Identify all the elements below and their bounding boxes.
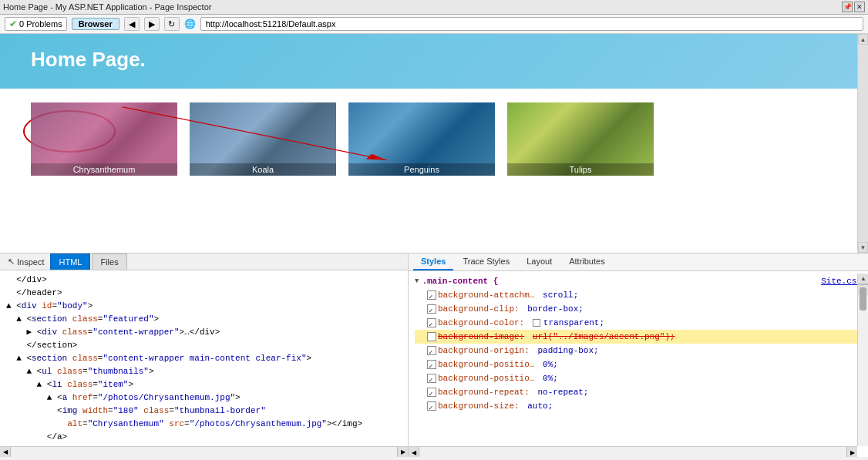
thumbnail-penguins[interactable]: Penguins [348, 102, 495, 176]
tab-attributes[interactable]: Attributes [561, 254, 612, 270]
site-css-link[interactable]: Site.css [821, 274, 862, 288]
thumb-label-penguins: Penguins [348, 163, 495, 176]
styles-scrollbar-v: ▲ ▼ [857, 274, 868, 446]
tree-line: <img width="180" class="thumbnail-border… [6, 405, 402, 418]
thumbnail-tulips[interactable]: Tulips [507, 102, 654, 176]
inspect-button[interactable]: ↖ Inspect [3, 254, 49, 270]
tree-line: alt="Chrysanthemum" src="/photos/Chrysan… [6, 418, 402, 431]
close-button[interactable]: ✕ [854, 2, 865, 12]
browser-button[interactable]: Browser [72, 18, 119, 30]
url-input[interactable] [200, 17, 863, 31]
style-checkbox-background-image[interactable] [427, 332, 436, 341]
style-row-background-position-x: background-positio… 0%; [415, 358, 862, 371]
tree-line: ▲ <section class="featured"> [6, 313, 402, 326]
thumbnail-flower[interactable]: Chrysanthemum [31, 102, 177, 176]
style-row-background-attach: background-attachm… scroll; [415, 288, 862, 302]
style-row-background-image: background-image: url("../Images/accent.… [415, 330, 862, 344]
browser-preview: Home Page. Chrysanthemum Koala Penguins … [0, 34, 868, 254]
style-checkbox-background-origin[interactable] [427, 346, 436, 355]
rule-selector: .main-content { [422, 274, 498, 288]
app-title: Home Page - My ASP.NET Application - Pag… [3, 2, 211, 12]
tree-line: ▲ <a href="/photos/Chrysanthemum.jpg"> [6, 391, 402, 405]
problems-label: 0 Problems [19, 19, 62, 29]
panel-tabs: ↖ Inspect HTML Files [0, 254, 408, 270]
inspect-label: Inspect [17, 257, 44, 267]
nav-forward-button[interactable]: ▶ [144, 17, 160, 31]
check-icon: ✔ [9, 18, 17, 29]
tree-line: ▲ <ul class="thumbnails"> [6, 365, 402, 378]
h-scroll-right-styles[interactable]: ▶ [846, 447, 857, 457]
styles-scroll-up[interactable]: ▲ [858, 274, 868, 284]
tree-line: ▲ <li class="item"> [6, 378, 402, 391]
tree-line: </section> [6, 339, 402, 352]
h-scroll-right[interactable]: ▶ [397, 447, 408, 458]
style-checkbox-background-clip[interactable] [427, 304, 436, 314]
tab-layout[interactable]: Layout [519, 254, 560, 270]
style-row-background-color: background-color: transparent; [415, 316, 862, 330]
style-row-background-origin: background-origin: padding-box; [415, 344, 862, 358]
styles-scrollbar-h: ◀ ▶ [409, 446, 857, 457]
tab-trace-styles[interactable]: Trace Styles [455, 254, 517, 270]
bottom-panel: ↖ Inspect HTML Files </div> </header> ▲ … [0, 254, 868, 457]
nav-refresh-button[interactable]: ↻ [164, 17, 180, 31]
style-checkbox-background-position-x[interactable] [427, 360, 436, 369]
tab-files[interactable]: Files [92, 254, 126, 270]
style-checkbox-background-position-y[interactable] [427, 374, 436, 383]
color-swatch-transparent [533, 319, 540, 327]
title-bar: Home Page - My ASP.NET Application - Pag… [0, 0, 868, 15]
style-checkbox-background-color[interactable] [427, 318, 436, 327]
preview-scrollbar: ▲ ▼ [857, 34, 868, 253]
tree-line: </header> [6, 287, 402, 300]
preview-scroll-down[interactable]: ▼ [858, 242, 868, 253]
thumb-label-flower: Chrysanthemum [31, 163, 177, 176]
style-row-background-size: background-size: auto; [415, 399, 862, 413]
h-scroll-left-styles[interactable]: ◀ [409, 447, 419, 457]
preview-scroll-up[interactable]: ▲ [858, 34, 868, 45]
h-scroll-left[interactable]: ◀ [0, 447, 11, 458]
collapse-icon[interactable]: ▼ [415, 274, 419, 288]
tree-line: ▶ <div class="content-wrapper">…</div> [6, 326, 402, 339]
styles-panel: Styles Trace Styles Layout Attributes ▼ … [409, 254, 868, 457]
thumb-label-tulips: Tulips [507, 163, 654, 176]
styles-rule-header: ▼ .main-content { Site.css [415, 274, 862, 288]
thumb-label-koala: Koala [190, 163, 336, 176]
tree-line: </a> [6, 431, 402, 444]
pin-button[interactable]: 📌 [842, 2, 853, 12]
style-row-background-position-y: background-positio… 0%; [415, 371, 862, 385]
style-checkbox-background-size[interactable] [427, 401, 436, 411]
styles-content: ▼ .main-content { Site.css background-at… [409, 271, 868, 455]
hero-title: Home Page. [31, 48, 837, 72]
problems-badge: ✔ 0 Problems [5, 17, 67, 31]
hero-banner: Home Page. [0, 34, 868, 89]
nav-back-button[interactable]: ◀ [124, 17, 140, 31]
style-checkbox-background-repeat[interactable] [427, 388, 436, 397]
tree-line: ▲ <section class="content-wrapper main-c… [6, 352, 402, 365]
address-icon: 🌐 [184, 18, 196, 29]
tree-line: ▲ <div id="body"> [6, 300, 402, 313]
tab-styles[interactable]: Styles [413, 254, 453, 270]
style-row-background-clip: background-clip: border-box; [415, 302, 862, 316]
toolbar: ✔ 0 Problems Browser ◀ ▶ ↻ 🌐 [0, 15, 868, 34]
styles-tabs: Styles Trace Styles Layout Attributes [409, 254, 868, 271]
thumbnails-section: Chrysanthemum Koala Penguins Tulips [0, 89, 868, 183]
tree-line: </div> [6, 274, 402, 287]
inspect-cursor-icon: ↖ [8, 257, 15, 267]
main-area: Home Page. Chrysanthemum Koala Penguins … [0, 34, 868, 457]
tab-html[interactable]: HTML [50, 254, 90, 270]
html-tree: </div> </header> ▲ <div id="body"> ▲ <se… [0, 270, 408, 454]
html-panel: ↖ Inspect HTML Files </div> </header> ▲ … [0, 254, 409, 457]
style-row-background-repeat: background-repeat: no-repeat; [415, 385, 862, 399]
style-checkbox-background-attach[interactable] [427, 290, 436, 300]
thumbnail-koala[interactable]: Koala [190, 102, 336, 176]
